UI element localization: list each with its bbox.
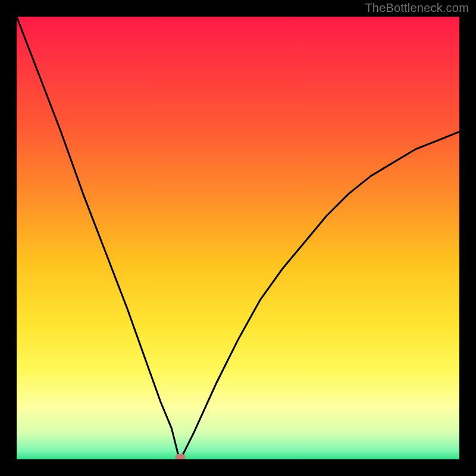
- bottleneck-curve: [17, 17, 459, 459]
- plot-area: [17, 17, 459, 459]
- minimum-marker: [176, 454, 185, 459]
- watermark-text: TheBottleneck.com: [365, 1, 469, 15]
